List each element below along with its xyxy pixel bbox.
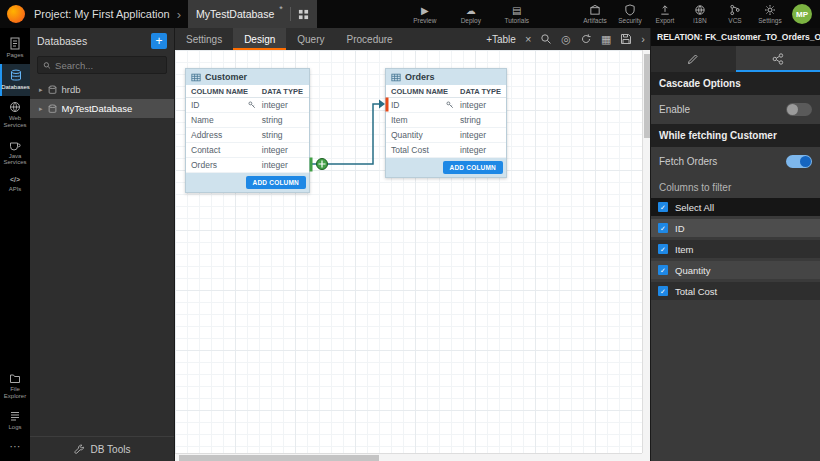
refresh-icon[interactable] (580, 33, 592, 45)
project-chevron-icon[interactable]: › (177, 7, 181, 22)
checkbox-icon[interactable]: ✓ (658, 286, 668, 296)
rail-item-java-services[interactable]: Java Services (0, 134, 30, 172)
tab-query[interactable]: Query (286, 28, 335, 50)
entity-header[interactable]: Customer (186, 69, 309, 85)
save-icon[interactable] (620, 33, 632, 45)
enable-toggle[interactable] (786, 103, 812, 116)
rail-item-apis[interactable]: </> APIs (0, 171, 30, 198)
app-logo-icon[interactable] (7, 5, 25, 23)
export-button[interactable]: Export (652, 4, 678, 24)
entity-header[interactable]: Orders (386, 69, 506, 85)
vcs-branch-icon (729, 4, 741, 16)
rail-item-pages[interactable]: Pages (0, 32, 30, 64)
vcs-button[interactable]: VCS (722, 4, 748, 24)
tab-procedure[interactable]: Procedure (336, 28, 404, 50)
table-row-name[interactable]: Name string (186, 113, 309, 128)
entity-title: Customer (205, 72, 247, 82)
open-database-tab[interactable]: MyTestDatabase * (188, 0, 317, 28)
i18n-button[interactable]: i18N (687, 4, 713, 24)
design-tab-bar: Settings Design Query Procedure +Table ×… (175, 28, 650, 50)
tutorials-button[interactable]: ▤ Tutorials (504, 5, 530, 24)
cascade-options-header: Cascade Options (651, 72, 820, 95)
rail-label: Logs (8, 424, 21, 431)
column-type: string (260, 130, 309, 140)
vertical-scrollbar[interactable] (642, 50, 650, 453)
table-row-address[interactable]: Address string (186, 128, 309, 143)
collapse-panel-icon[interactable]: › (641, 34, 645, 45)
zoom-search-icon[interactable] (540, 33, 552, 45)
logs-icon (9, 410, 21, 422)
deploy-button[interactable]: ☁ Deploy (458, 5, 484, 24)
db-tools-button[interactable]: DB Tools (30, 436, 174, 461)
search-input[interactable] (55, 60, 161, 71)
focus-view-icon[interactable]: ◎ (561, 34, 571, 45)
tree-item-mytestdatabase[interactable]: ▸ MyTestDatabase (30, 99, 174, 118)
filter-label: Select All (675, 202, 714, 213)
checkbox-icon[interactable]: ✓ (658, 265, 668, 275)
table-row-total-cost[interactable]: Total Cost integer (386, 143, 506, 158)
table-row-contact[interactable]: Contact integer (186, 143, 309, 158)
relation-share-icon (772, 53, 784, 65)
table-row-quantity[interactable]: Quantity integer (386, 128, 506, 143)
user-avatar[interactable]: MP (792, 4, 812, 24)
artifacts-button[interactable]: Artifacts (582, 4, 608, 24)
rail-item-logs[interactable]: Logs (0, 405, 30, 436)
chevron-right-icon[interactable]: ▸ (39, 105, 43, 113)
er-diagram-canvas[interactable]: Customer COLUMN NAME DATA TYPE ID (175, 50, 650, 461)
add-column-button[interactable]: ADD COLUMN (246, 176, 306, 189)
table-row-id[interactable]: ID integer (186, 98, 309, 113)
filter-row-quantity[interactable]: ✓ Quantity (651, 261, 820, 279)
table-row-orders[interactable]: Orders integer (186, 158, 309, 173)
tab-relation[interactable] (736, 46, 820, 72)
vertical-scrollbar-thumb[interactable] (644, 54, 650, 138)
tab-edit-column[interactable] (651, 46, 736, 72)
database-icon (10, 69, 22, 82)
checkbox-icon[interactable]: ✓ (658, 223, 668, 233)
auto-layout-icon[interactable]: ▦ (601, 34, 611, 45)
checkbox-icon[interactable]: ✓ (658, 202, 668, 212)
database-search[interactable] (37, 56, 167, 74)
entity-table-orders[interactable]: Orders COLUMN NAME DATA TYPE ID i (385, 68, 507, 178)
file-explorer-folder-icon (9, 372, 21, 384)
add-table-button[interactable]: +Table (486, 34, 516, 45)
preview-label: Preview (413, 17, 436, 24)
add-column-button[interactable]: ADD COLUMN (443, 161, 503, 174)
security-button[interactable]: Security (617, 4, 643, 24)
rail-item-file-explorer[interactable]: File Explorer (0, 367, 30, 405)
column-name: ID (391, 100, 400, 110)
tab-settings[interactable]: Settings (175, 28, 233, 50)
rail-item-web-services[interactable]: Web Services (0, 96, 30, 134)
table-row-item[interactable]: Item string (386, 113, 506, 128)
filter-row-select-all[interactable]: ✓ Select All (651, 198, 820, 216)
more-options-icon[interactable]: ⋯ (10, 436, 21, 457)
settings-button[interactable]: Settings (757, 4, 783, 24)
fetch-orders-toggle[interactable] (786, 155, 812, 168)
check-icon: ✓ (660, 267, 666, 274)
tutorials-icon: ▤ (512, 5, 521, 16)
grid-view-icon[interactable] (298, 9, 309, 20)
column-name: Name (191, 115, 214, 125)
primary-key-icon (248, 101, 256, 109)
panel-spacer (30, 118, 174, 436)
horizontal-scrollbar[interactable] (175, 453, 642, 461)
rail-label: Databases (1, 84, 30, 91)
filter-row-id[interactable]: ✓ ID (651, 219, 820, 237)
entity-table-customer[interactable]: Customer COLUMN NAME DATA TYPE ID (185, 68, 310, 193)
filter-row-item[interactable]: ✓ Item (651, 240, 820, 258)
add-database-button[interactable]: + (151, 33, 167, 49)
pages-icon (9, 37, 21, 50)
table-row-id[interactable]: ID integer (386, 98, 506, 113)
tree-item-hrdb[interactable]: ▸ hrdb (30, 80, 174, 99)
filter-label: Quantity (675, 265, 710, 276)
chevron-right-icon[interactable]: ▸ (39, 86, 43, 94)
rail-label: Pages (6, 52, 23, 59)
rail-label: Web Services (1, 115, 29, 129)
artifacts-label: Artifacts (583, 17, 606, 24)
preview-button[interactable]: ▶ Preview (412, 5, 438, 24)
tab-design[interactable]: Design (233, 28, 286, 50)
close-icon[interactable]: × (525, 34, 531, 45)
checkbox-icon[interactable]: ✓ (658, 244, 668, 254)
horizontal-scrollbar-thumb[interactable] (179, 455, 379, 461)
filter-row-total-cost[interactable]: ✓ Total Cost (651, 282, 820, 300)
rail-item-databases[interactable]: Databases (0, 64, 30, 96)
